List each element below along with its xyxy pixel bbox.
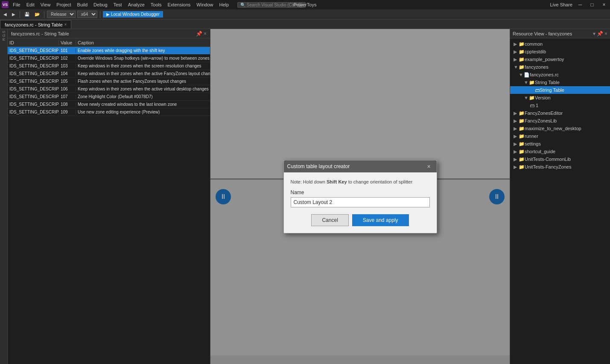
- maximize-btn[interactable]: □: [588, 2, 596, 8]
- activity-run[interactable]: R: [2, 38, 6, 41]
- fancyzones-area: ⏸ ≡ ⏸ Custom table layout creator × Note…: [210, 29, 510, 364]
- live-share-btn[interactable]: Live Share: [550, 2, 572, 7]
- activity-git[interactable]: G: [2, 34, 6, 37]
- tree-label-ver1: 🗃 1: [530, 103, 538, 108]
- table-row[interactable]: IDS_SETTING_DESCRIPTION_... 107 Zone Hig…: [8, 93, 210, 101]
- minimize-btn[interactable]: ─: [576, 2, 584, 8]
- tree-item-unittest-fz[interactable]: ▶ 📁 UnitTests-FancyZones: [510, 163, 610, 171]
- col-header-id: ID: [8, 40, 59, 45]
- toolbar-back-btn[interactable]: ◀: [2, 11, 9, 17]
- tree-item-fzlib[interactable]: ▶ 📁 FancyZonesLib: [510, 117, 610, 125]
- save-apply-button[interactable]: Save and apply: [352, 214, 409, 226]
- menu-test[interactable]: Test: [111, 1, 125, 8]
- tree-item-example[interactable]: ▶ 📁 example_powertoy: [510, 55, 610, 63]
- modal-overlay: Custom table layout creator × Note: Hold…: [210, 29, 510, 364]
- tree-item-fzeditor[interactable]: ▶ 📁 FancyZonesEditor: [510, 109, 610, 117]
- tree-item-ver1[interactable]: 🗃 1: [510, 102, 610, 109]
- tree-item-fancyzones[interactable]: ▼ 📁 fancyzones: [510, 63, 610, 71]
- table-row[interactable]: IDS_SETTING_DESCRIPTION_... 103 Keep win…: [8, 62, 210, 70]
- tree-item-cpptestdib[interactable]: ▶ 📁 cpptestdib: [510, 48, 610, 55]
- folder-icon-utf: 📁: [519, 164, 525, 170]
- config-dropdown[interactable]: Release: [47, 11, 76, 18]
- row-caption: Keep windows in their zones when the act…: [76, 71, 210, 76]
- tree-label-fze: FancyZonesEditor: [525, 111, 563, 116]
- menu-debug[interactable]: Debug: [91, 1, 110, 8]
- row-value: 101: [59, 48, 76, 53]
- rpanel-collapse-btn[interactable]: ▾: [593, 31, 595, 37]
- close-btn[interactable]: ×: [600, 2, 608, 8]
- tree-arrow-utc: ▶: [514, 157, 519, 162]
- modal-titlebar: Custom table layout creator ×: [284, 160, 437, 172]
- tree-arrow-sc: ▶: [514, 149, 519, 154]
- row-id: IDS_SETTING_DESCRIPTION_...: [8, 56, 59, 61]
- toolbar: ◀ ▶ 💾 📂 Release x64 ▶ Local Windows Debu…: [0, 9, 610, 20]
- menu-extensions[interactable]: Extensions: [165, 1, 193, 8]
- modal-close-btn[interactable]: ×: [425, 162, 433, 171]
- row-caption: Enable zones while dragging with the shi…: [76, 48, 210, 53]
- menu-view[interactable]: View: [38, 1, 53, 8]
- row-caption: Override Windows Snap hotkeys (win+arrow…: [76, 56, 210, 61]
- row-value: 107: [59, 94, 76, 99]
- toolbar-save-btn[interactable]: 💾: [23, 11, 31, 17]
- tab-close-btn[interactable]: ×: [64, 22, 67, 27]
- tab-string-table[interactable]: fancyzones.rc - String Table ×: [0, 20, 71, 29]
- table-row[interactable]: IDS_SETTING_DESCRIPTION_... 108 Move new…: [8, 101, 210, 108]
- table-row[interactable]: IDS_SETTING_DESCRIPTION_... 105 Flash zo…: [8, 78, 210, 85]
- panel-close-btn[interactable]: ×: [204, 31, 207, 37]
- tree-item-stringtable[interactable]: ▼ 📁 String Table: [510, 79, 610, 86]
- folder-icon-common: 📁: [519, 41, 525, 47]
- table-row[interactable]: IDS_SETTING_DESCRIPTION_... 104 Keep win…: [8, 70, 210, 78]
- modal-name-input[interactable]: [291, 197, 430, 207]
- tree-arrow-st: ▼: [524, 80, 529, 85]
- tree-arrow-example: ▶: [514, 57, 519, 62]
- tree-item-shortcut[interactable]: ▶ 📁 shortcut_guide: [510, 148, 610, 155]
- tree-item-runner[interactable]: ▶ 📁 runner: [510, 132, 610, 140]
- table-row[interactable]: IDS_SETTING_DESCRIPTION_... 106 Keep win…: [8, 85, 210, 93]
- tree-item-unittest-common[interactable]: ▶ 📁 UnitTests-CommonLib: [510, 155, 610, 163]
- tree-arrow-fze: ▶: [514, 111, 519, 116]
- tree-item-maximize[interactable]: ▶ 📁 maximize_to_new_desktop: [510, 125, 610, 132]
- debug-run-btn[interactable]: ▶ Local Windows Debugger: [103, 11, 163, 17]
- menu-tools[interactable]: Tools: [148, 1, 164, 8]
- row-id: IDS_SETTING_DESCRIPTION_...: [8, 110, 59, 114]
- menu-project[interactable]: Project: [54, 1, 73, 8]
- menu-file[interactable]: File: [10, 1, 23, 8]
- tree-arrow-ver: ▼: [524, 95, 529, 100]
- tree-item-st-item[interactable]: 🗃 String Table: [510, 86, 610, 94]
- row-value: 102: [59, 56, 76, 61]
- modal-title: Custom table layout creator: [287, 163, 350, 169]
- table-row[interactable]: IDS_SETTING_DESCRIPTION_... 102 Override…: [8, 55, 210, 62]
- activity-explore[interactable]: S: [2, 31, 6, 33]
- tree-label-utf: UnitTests-FancyZones: [525, 164, 571, 169]
- menu-build[interactable]: Build: [75, 1, 90, 8]
- row-value: 103: [59, 64, 76, 68]
- rpanel-pin-btn[interactable]: 📌: [597, 31, 603, 37]
- cancel-button[interactable]: Cancel: [311, 214, 348, 226]
- panel-pin-btn[interactable]: 📌: [196, 31, 202, 37]
- toolbar-fwd-btn[interactable]: ▶: [10, 11, 17, 17]
- rpanel-close-btn[interactable]: ×: [604, 31, 607, 37]
- table-row[interactable]: IDS_SETTING_DESCRIPTION_... 109 Use new …: [8, 108, 210, 116]
- row-value: 109: [59, 110, 76, 114]
- tree-item-fzrc[interactable]: ▼ 📄 fancyzones.rc: [510, 71, 610, 79]
- toolbar-open-btn[interactable]: 📂: [33, 11, 41, 17]
- menu-help[interactable]: Help: [216, 1, 231, 8]
- row-caption: Keep windows in their zones when the act…: [76, 87, 210, 91]
- row-caption: Keep windows in their zones when the scr…: [76, 64, 210, 68]
- menu-edit[interactable]: Edit: [24, 1, 37, 8]
- folder-icon-st: 📁: [529, 80, 535, 85]
- menu-analyze[interactable]: Analyze: [126, 1, 147, 8]
- row-value: 108: [59, 102, 76, 107]
- arch-dropdown[interactable]: x64: [77, 11, 97, 18]
- tree-item-common[interactable]: ▶ 📁 common: [510, 40, 610, 48]
- modal-buttons: Cancel Save and apply: [291, 214, 430, 226]
- panel-title: fancyzones.rc - String Table: [11, 31, 69, 36]
- toolbar-sep2: [44, 11, 44, 18]
- tree-item-version[interactable]: ▼ 📁 Version: [510, 94, 610, 102]
- tree-item-settings[interactable]: ▶ 📁 settings: [510, 140, 610, 148]
- menu-window[interactable]: Window: [194, 1, 216, 8]
- resource-tree: ▶ 📁 common ▶ 📁 cpptestdib ▶ 📁 example_po…: [510, 38, 610, 364]
- table-row[interactable]: IDS_SETTING_DESCRIPTION_... 101 Enable z…: [8, 47, 210, 55]
- folder-icon-example: 📁: [519, 57, 525, 62]
- folder-icon-max: 📁: [519, 126, 525, 131]
